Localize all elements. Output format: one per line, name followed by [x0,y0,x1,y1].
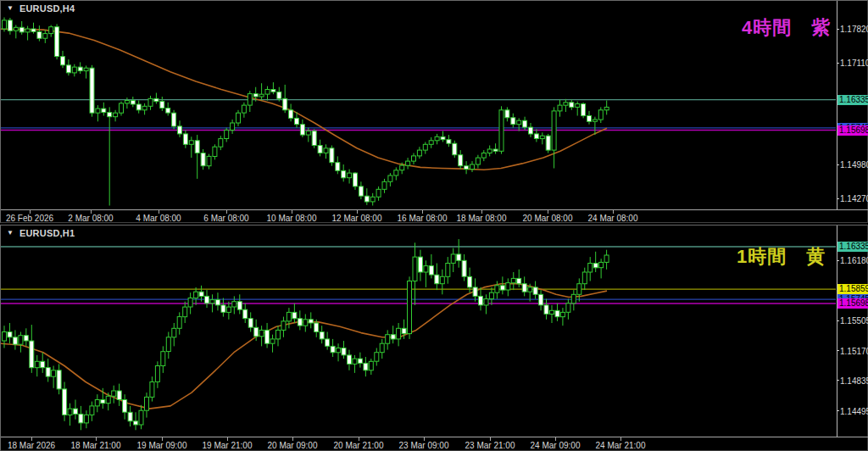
candle-body [564,103,568,105]
h4-chart-canvas[interactable] [1,1,868,209]
candle-body [577,284,581,295]
candle-body [446,264,450,277]
time-axis-label: 2 Mar 08:00 [68,214,113,223]
candle-body [370,197,375,202]
candle-body [303,320,308,326]
price-axis-tick [837,320,839,321]
candle-body [342,348,346,355]
candle-body [462,260,466,276]
candlestick-series [3,239,609,430]
candle-body [364,363,368,370]
candle-body [511,278,515,282]
candle-body [380,343,384,353]
candle-body [312,131,316,146]
price-level-label: 1.15698 [837,298,868,309]
candle-body [453,143,457,155]
symbol-timeframe-label: EURUSD,H4 [19,3,75,14]
candle-body [481,153,486,159]
candle-body [243,309,248,319]
candle-body [232,302,236,307]
candle-body [517,120,521,125]
candle-body [236,113,241,123]
candle-body [348,355,352,365]
price-axis-separator [837,1,837,209]
candle-body [604,255,609,262]
candle-body [219,139,223,148]
candle-body [476,158,480,164]
candle-body [289,110,293,119]
candle-body [139,410,143,425]
time-axis-label: 20 Mar 08:00 [523,214,573,223]
price-axis-label: 1.15170 [840,346,868,355]
candle-body [388,175,392,181]
candle-body [172,328,176,337]
candle-body [376,189,381,197]
candle-body [254,327,259,337]
candle-body [544,305,548,315]
candle-body [57,370,61,389]
price-axis-tick [837,260,839,261]
candle-body [123,400,127,413]
time-axis-label: 12 Mar 08:00 [332,214,382,223]
candle-body [84,68,88,70]
candle-body [68,409,72,415]
candle-body [566,303,570,313]
candle-body [195,141,199,153]
price-axis-tick [837,63,839,64]
candle-body [386,335,390,344]
candle-body [120,103,124,113]
candle-body [194,292,198,298]
h1-chart-header: ▼ EURUSD,H1 [7,228,75,238]
candle-body [330,148,334,163]
candle-body [353,173,358,187]
time-axis-label: 20 Mar 09:00 [268,441,318,450]
candle-body [391,335,395,339]
candle-body [413,257,417,281]
chart-dropdown-icon[interactable]: ▼ [7,4,14,13]
candle-body [369,361,373,370]
candle-body [8,332,12,337]
time-axis-label: 19 Mar 21:00 [203,441,253,450]
candle-body [540,136,544,138]
time-axis-label: 10 Mar 08:00 [267,214,317,223]
candle-body [560,312,565,316]
candle-body [511,118,515,125]
candle-body [24,336,28,341]
candle-body [523,120,527,127]
time-axis-label: 6 Mar 08:00 [203,214,248,223]
price-axis-tick [837,380,839,381]
candle-body [306,131,310,136]
candle-body [375,353,379,362]
candle-body [473,287,477,297]
candle-body [166,109,170,114]
candle-body [287,312,291,321]
candle-body [148,98,153,106]
horizontal-level-lines [1,100,836,131]
price-axis-label: 1.14270 [840,194,868,203]
candle-body [465,166,469,170]
candle-body [353,359,357,364]
candle-body [131,101,135,105]
candle-body [242,105,246,113]
candle-body [582,272,587,284]
candle-body [172,113,176,126]
candle-body [337,348,341,353]
candle-body [424,266,428,272]
time-axis-label: 20 Mar 21:00 [334,441,384,450]
chart-dropdown-icon[interactable]: ▼ [7,229,14,237]
price-axis-label: 1.14980 [840,160,868,170]
candle-body [35,361,39,367]
price-level-label: 1.15698 [837,125,868,136]
candle-body [505,110,509,118]
candle-body [331,346,335,352]
candle-body [8,20,12,31]
candle-body [320,332,324,339]
price-axis-tick [837,198,839,199]
candle-body [558,105,562,111]
time-axis-separator [1,209,868,210]
candle-body [406,161,410,165]
candle-body [528,287,532,292]
candle-body [43,34,47,39]
candle-body [108,113,112,117]
candle-body [154,98,159,101]
